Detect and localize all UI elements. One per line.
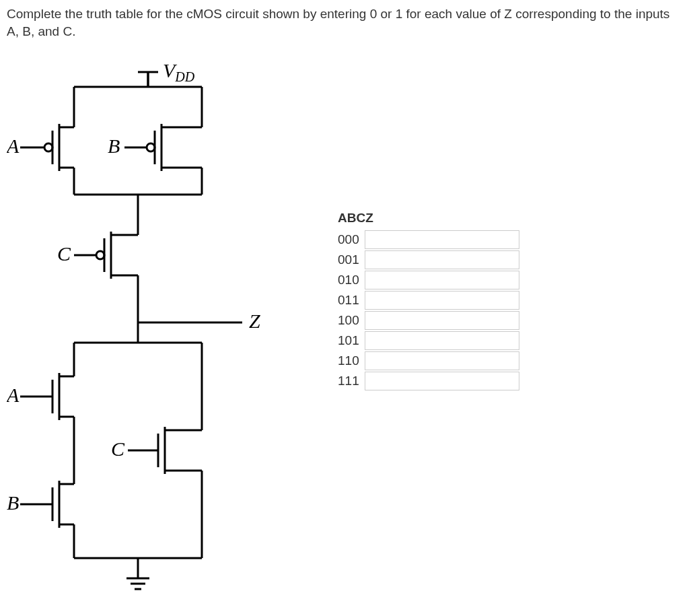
pmos-b-label: B bbox=[108, 135, 120, 157]
vdd-label: VDD bbox=[163, 60, 195, 84]
question-text: Complete the truth table for the cMOS ci… bbox=[7, 5, 682, 40]
z-input-111[interactable] bbox=[365, 372, 519, 390]
table-row: 011 bbox=[336, 290, 519, 310]
table-row: 001 bbox=[336, 250, 519, 270]
table-row: 000 bbox=[336, 230, 519, 250]
z-input-101[interactable] bbox=[365, 331, 519, 350]
z-input-000[interactable] bbox=[365, 230, 519, 249]
pmos-c-label: C bbox=[57, 242, 71, 265]
truth-table: ABCZ 000 001 010 011 bbox=[336, 208, 519, 391]
table-header: ABCZ bbox=[336, 208, 519, 230]
row-abc: 000 bbox=[336, 230, 365, 250]
svg-point-32 bbox=[96, 251, 104, 259]
table-row: 100 bbox=[336, 310, 519, 331]
nmos-a-label: A bbox=[7, 384, 20, 406]
pmos-a-label: A bbox=[7, 135, 20, 157]
z-input-100[interactable] bbox=[365, 311, 519, 330]
output-label: Z bbox=[249, 310, 260, 332]
content-row: VDD bbox=[7, 53, 682, 598]
z-input-110[interactable] bbox=[365, 351, 519, 370]
nmos-b-label: B bbox=[7, 491, 19, 514]
row-abc: 101 bbox=[336, 331, 365, 351]
table-row: 010 bbox=[336, 270, 519, 290]
svg-point-14 bbox=[44, 143, 52, 151]
circuit-diagram: VDD bbox=[7, 53, 269, 598]
z-input-010[interactable] bbox=[365, 271, 519, 289]
row-abc: 110 bbox=[336, 351, 365, 371]
row-abc: 001 bbox=[336, 250, 365, 270]
z-input-011[interactable] bbox=[365, 291, 519, 310]
table-row: 110 bbox=[336, 351, 519, 371]
table-row: 101 bbox=[336, 331, 519, 351]
nmos-c-label: C bbox=[111, 438, 125, 460]
table-row: 111 bbox=[336, 371, 519, 391]
row-abc: 111 bbox=[336, 371, 365, 391]
z-input-001[interactable] bbox=[365, 250, 519, 269]
row-abc: 011 bbox=[336, 290, 365, 310]
row-abc: 100 bbox=[336, 310, 365, 331]
row-abc: 010 bbox=[336, 270, 365, 290]
svg-point-22 bbox=[147, 143, 155, 151]
